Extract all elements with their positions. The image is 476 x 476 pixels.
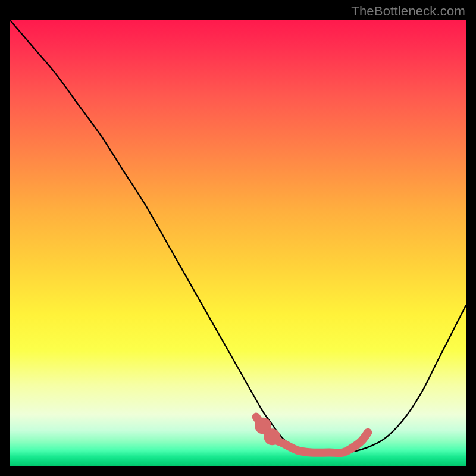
watermark-text: TheBottleneck.com — [351, 4, 465, 19]
chart-svg — [10, 20, 466, 466]
optimal-range-dots — [255, 418, 280, 446]
marker-dot — [264, 428, 280, 445]
chart-frame — [10, 20, 466, 466]
bottleneck-curve — [10, 20, 466, 453]
